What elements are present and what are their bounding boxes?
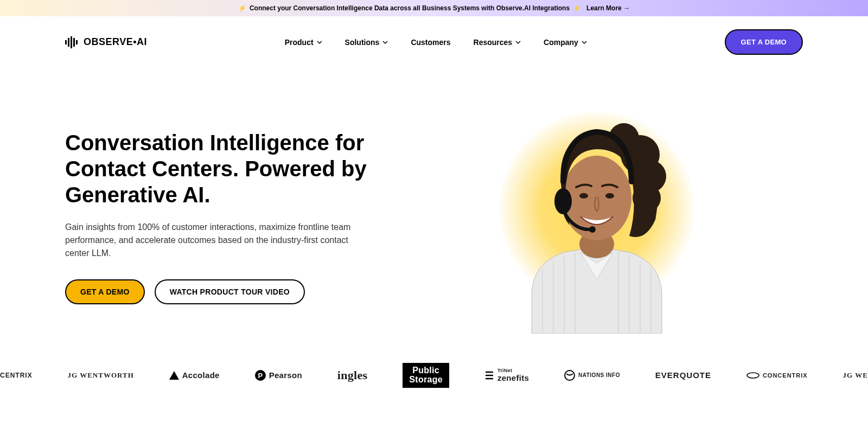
- svg-rect-0: [65, 40, 67, 44]
- hero-buttons: GET A DEMO WATCH PRODUCT TOUR VIDEO: [65, 279, 369, 304]
- pearson-icon: P: [255, 370, 266, 381]
- client-logo-text: Pearson: [269, 370, 302, 380]
- nav-resources[interactable]: Resources: [474, 38, 521, 47]
- svg-point-11: [579, 193, 588, 199]
- chevron-down-icon: [382, 40, 388, 45]
- svg-rect-2: [71, 36, 72, 48]
- hero-left: Conversation Intelligence for Contact Ce…: [65, 130, 369, 304]
- client-logo: CENTRIX: [0, 372, 33, 379]
- watch-product-tour-button[interactable]: WATCH PRODUCT TOUR VIDEO: [155, 279, 305, 304]
- nav-label: Company: [544, 38, 578, 47]
- hero-description: Gain insights from 100% of customer inte…: [65, 221, 369, 260]
- client-logo: NATIONS INFO: [564, 370, 620, 381]
- svg-text:P: P: [258, 372, 263, 380]
- nav-product[interactable]: Product: [285, 38, 322, 47]
- get-a-demo-button[interactable]: GET A DEMO: [65, 279, 145, 304]
- get-a-demo-button-header[interactable]: GET A DEMO: [725, 29, 803, 55]
- hero-title: Conversation Intelligence for Contact Ce…: [65, 130, 369, 208]
- nations-icon: [564, 370, 575, 381]
- hero-image: [391, 100, 803, 334]
- agent-photo: [510, 100, 684, 334]
- client-logo: P Pearson: [255, 370, 302, 381]
- svg-rect-3: [73, 38, 75, 47]
- nav-label: Customers: [411, 38, 450, 47]
- svg-point-14: [589, 226, 596, 233]
- client-logo: CONCENTRIX: [746, 372, 808, 379]
- svg-point-12: [605, 193, 614, 199]
- svg-point-9: [633, 184, 661, 212]
- client-logo-strip: CENTRIX JG WENTWORTH Accolade P Pearson …: [0, 334, 868, 407]
- hero: Conversation Intelligence for Contact Ce…: [0, 68, 868, 334]
- chevron-down-icon: [515, 40, 521, 45]
- zenefits-icon: [484, 370, 494, 380]
- client-logo: PublicStorage: [403, 363, 449, 388]
- chevron-down-icon: [582, 40, 587, 45]
- nav: Product Solutions Customers Resources Co…: [285, 38, 587, 47]
- announcement-cta[interactable]: Learn More →: [586, 4, 630, 12]
- svg-point-26: [747, 373, 759, 378]
- svg-point-13: [554, 188, 572, 214]
- client-logo-text: PublicStorage: [409, 366, 443, 385]
- client-logo-text: CONCENTRIX: [763, 372, 808, 379]
- announcement-bar: ⚡ Connect your Conversation Intelligence…: [0, 0, 868, 16]
- svg-point-6: [562, 156, 631, 240]
- client-logo: ingles: [337, 368, 368, 382]
- logo-text: OBSERVE•AI: [84, 36, 147, 48]
- client-logo: JG WE: [843, 371, 868, 380]
- client-logo: EVERQUOTE: [655, 370, 711, 380]
- bolt-icon: ⚡: [573, 4, 581, 12]
- client-logo-text: Accolade: [182, 370, 220, 380]
- concentrix-icon: [746, 372, 760, 379]
- chevron-down-icon: [317, 40, 322, 45]
- bolt-icon: ⚡: [238, 4, 246, 12]
- nav-solutions[interactable]: Solutions: [345, 38, 388, 47]
- svg-rect-1: [68, 38, 69, 47]
- logo-icon: [65, 36, 80, 48]
- accolade-icon: [169, 371, 179, 380]
- client-logo: JG WENTWORTH: [68, 371, 134, 380]
- svg-rect-4: [76, 40, 78, 44]
- logo[interactable]: OBSERVE•AI: [65, 36, 147, 48]
- nav-label: Solutions: [345, 38, 380, 47]
- client-logo: TriNetzenefits: [484, 368, 529, 382]
- client-logo-text: NATIONS INFO: [578, 372, 620, 378]
- client-logo-text: TriNetzenefits: [497, 368, 529, 382]
- nav-label: Product: [285, 38, 314, 47]
- client-logo: Accolade: [169, 370, 220, 380]
- nav-label: Resources: [474, 38, 513, 47]
- nav-customers[interactable]: Customers: [411, 38, 450, 47]
- nav-company[interactable]: Company: [544, 38, 587, 47]
- header: OBSERVE•AI Product Solutions Customers R…: [0, 16, 868, 68]
- announcement-text: Connect your Conversation Intelligence D…: [250, 4, 570, 12]
